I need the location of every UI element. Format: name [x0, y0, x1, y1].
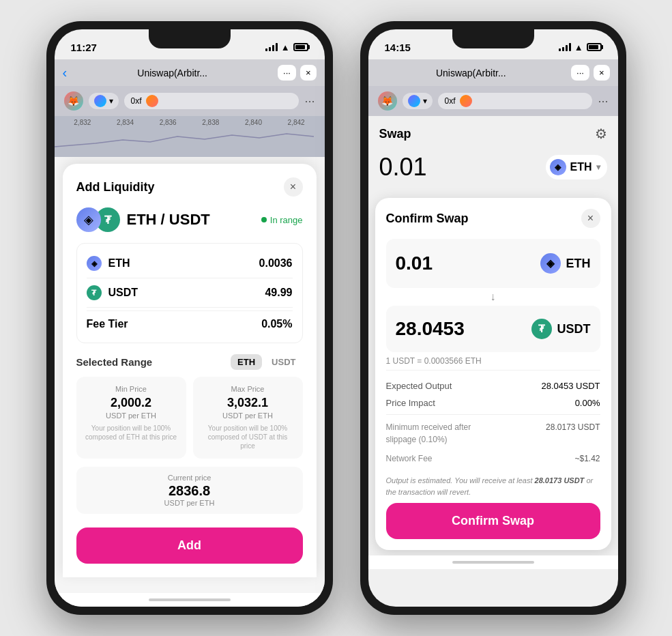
- more-button-left[interactable]: ···: [278, 65, 296, 81]
- close-button-right[interactable]: ×: [594, 65, 610, 81]
- usdt-badge: ₮ USDT: [531, 319, 591, 339]
- wallet-bar-left: 🦊 ▾ 0xf ···: [55, 86, 325, 116]
- home-indicator-right: [368, 555, 618, 569]
- wallet-more-right[interactable]: ···: [598, 94, 608, 109]
- swap-from-row: 0.01 ◈ ETH: [396, 244, 591, 283]
- chart-label-3: 2,836: [160, 119, 177, 126]
- signal-icon-right: [559, 43, 571, 51]
- chart-label-5: 2,840: [245, 119, 262, 126]
- chart-label-6: 2,842: [288, 119, 305, 126]
- toggle-usdt-btn[interactable]: USDT: [265, 354, 302, 370]
- swap-title: Swap: [379, 127, 411, 141]
- address-icon-left: [146, 95, 158, 107]
- browser-bar-left: ‹ Uniswap(Arbitr... ··· ×: [55, 59, 325, 86]
- max-price-unit: USDT per ETH: [201, 411, 295, 420]
- time-right: 14:15: [385, 42, 411, 53]
- max-price-value: 3,032.1: [201, 396, 295, 410]
- fee-row: Fee Tier 0.05%: [87, 310, 293, 337]
- home-bar-right: [452, 561, 534, 564]
- usdt-amount: 49.99: [265, 287, 292, 299]
- eth-token-label: ETH: [570, 161, 592, 173]
- wifi-icon: ▲: [281, 42, 290, 53]
- price-impact-label: Price Impact: [386, 398, 435, 408]
- left-phone-screen: 11:27 ▲ ‹ Uniswap(Arbitr... ··· ×: [55, 29, 325, 607]
- settings-icon[interactable]: ⚙: [595, 126, 607, 142]
- token-amounts: ◈ ETH 0.0036 ₮ USDT 49.99 Fee Tier: [76, 243, 303, 343]
- wallet-address-left: 0xf: [124, 93, 300, 109]
- battery-icon: [293, 43, 308, 51]
- right-phone: 14:15 ▲ Uniswap(Arbitr... ··· ×: [360, 21, 626, 615]
- confirm-modal-close[interactable]: ×: [581, 209, 600, 228]
- network-selector-right[interactable]: ▾: [403, 93, 433, 109]
- pair-name: ETH / USDT: [127, 211, 210, 229]
- modal-close-left[interactable]: ×: [284, 177, 303, 197]
- eth-icon-med: ◈: [540, 253, 561, 274]
- range-dot: [261, 217, 267, 222]
- eth-icon-small: ◈: [87, 256, 102, 271]
- wallet-logo-left: 🦊: [64, 91, 83, 111]
- usdt-icon-med: ₮: [531, 319, 552, 339]
- confirm-from-token: ETH: [566, 257, 591, 271]
- confirm-swap-button[interactable]: Confirm Swap: [386, 503, 600, 539]
- usdt-row: ₮ USDT 49.99: [87, 278, 293, 308]
- eth-label: ETH: [108, 257, 130, 270]
- wallet-bar-right: 🦊 ▾ 0xf ···: [368, 86, 618, 116]
- home-indicator-left: [55, 593, 325, 607]
- address-text-left: 0xf: [131, 96, 142, 106]
- usdt-label: USDT: [108, 287, 138, 299]
- swap-amount-row: 0.01 ◈ ETH ▾: [368, 147, 618, 192]
- network-selector-left[interactable]: ▾: [89, 93, 119, 109]
- min-price-value: 2,000.2: [85, 396, 178, 410]
- current-price-value: 2836.8: [83, 483, 296, 499]
- min-price-note: Your position will be 100% composed of E…: [85, 424, 178, 442]
- selected-range-label: Selected Range: [76, 356, 153, 368]
- range-label: In range: [270, 215, 303, 225]
- status-icons-right: ▲: [559, 42, 602, 53]
- status-icons-left: ▲: [265, 42, 308, 53]
- network-icon-left: [94, 95, 106, 107]
- notch-right: [452, 29, 534, 48]
- eth-token-selector[interactable]: ◈ ETH ▾: [546, 155, 607, 179]
- browser-actions-left: ··· ×: [278, 65, 316, 81]
- max-price-card: Max Price 3,032.1 USDT per ETH Your posi…: [193, 377, 303, 459]
- back-button[interactable]: ‹: [63, 65, 68, 81]
- pair-info: ◈ ₮ ETH / USDT: [76, 207, 210, 232]
- from-section: 0.01 ◈ ETH: [386, 239, 600, 288]
- wallet-logo-right: 🦊: [378, 91, 397, 111]
- more-button-right[interactable]: ···: [571, 65, 589, 81]
- add-button[interactable]: Add: [76, 527, 303, 564]
- network-fee-label: Network Fee: [386, 452, 433, 465]
- swap-from-amount: 0.01: [379, 153, 427, 182]
- expected-output-row: Expected Output 28.0453 USDT: [386, 377, 600, 394]
- expected-output-value: 28.0453 USDT: [542, 381, 600, 391]
- address-icon-right: [460, 95, 472, 107]
- to-section: 28.0453 ₮ USDT: [386, 306, 600, 352]
- toggle-eth-btn[interactable]: ETH: [231, 354, 262, 370]
- network-fee-row: Network Fee ~$1.42: [386, 449, 600, 468]
- fee-label: Fee Tier: [87, 318, 128, 330]
- chart-area-left: 2,832 2,834 2,836 2,838 2,840 2,842: [55, 116, 325, 157]
- wallet-more-left[interactable]: ···: [304, 94, 315, 109]
- usdt-token-left: ₮ USDT: [87, 285, 138, 300]
- close-button-left[interactable]: ×: [300, 65, 317, 81]
- slippage-value: 28.0173 USDT: [546, 421, 600, 433]
- exchange-rate-text: 1 USDT = 0.0003566 ETH: [386, 356, 482, 366]
- chart-labels: 2,832 2,834 2,836 2,838 2,840 2,842: [55, 116, 325, 129]
- token-icons: ◈ ₮: [76, 207, 120, 232]
- chart-label-4: 2,838: [202, 119, 219, 126]
- token-toggle: ETH USDT: [231, 354, 302, 370]
- battery-icon-right: [587, 43, 602, 51]
- address-text-right: 0xf: [445, 96, 456, 106]
- eth-badge: ◈ ETH: [540, 253, 591, 274]
- min-price-card: Min Price 2,000.2 USDT per ETH Your posi…: [76, 377, 186, 459]
- max-price-label: Max Price: [201, 385, 295, 393]
- swap-to-row: 28.0453 ₮ USDT: [396, 311, 591, 347]
- notch: [149, 29, 231, 48]
- main-content-left: Add Liquidity × ◈ ₮ ETH / USDT In rang: [55, 157, 325, 593]
- network-icon-right: [408, 95, 420, 107]
- usdt-icon-small: ₮: [87, 285, 102, 300]
- chart-svg: [55, 130, 314, 150]
- price-impact-row: Price Impact 0.00%: [386, 394, 600, 411]
- right-phone-screen: 14:15 ▲ Uniswap(Arbitr... ··· ×: [368, 29, 618, 607]
- browser-actions-right: ··· ×: [571, 65, 609, 81]
